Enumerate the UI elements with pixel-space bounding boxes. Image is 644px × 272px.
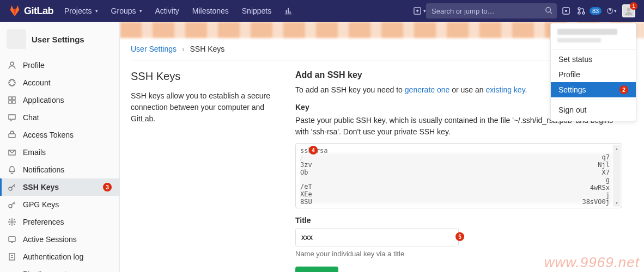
key-badge: 4 [309,146,318,154]
sidebar-item-label: Authentication log [23,252,83,261]
log-icon [8,252,16,261]
svg-rect-13 [9,97,11,100]
dropdown-profile[interactable]: Profile [551,67,636,82]
sidebar: User Settings ProfileAccountApplications… [0,22,120,272]
pipeline-icon [8,270,16,272]
sidebar-item-label: Preferences [23,218,64,226]
search-box [426,3,557,18]
page-description: SSH Keys SSH keys allow you to establish… [131,70,279,272]
help-icon[interactable]: ▾ [607,6,617,16]
svg-point-6 [582,12,585,14]
sidebar-item-label: Access Tokens [23,131,74,139]
todos-badge: 83 [590,7,602,15]
sidebar-item-label: Active Sessions [23,235,77,244]
existing-key-link[interactable]: existing key [486,85,525,94]
sidebar-item-pipeline-quota[interactable]: Pipeline quota [0,265,119,272]
svg-point-5 [578,12,580,14]
svg-point-21 [11,221,13,223]
svg-rect-22 [9,237,15,242]
title-hint: Name your individual key via a title [295,250,622,258]
todos-icon[interactable]: 83 [592,6,602,16]
sidebar-badge: 3 [103,183,112,191]
sidebar-item-gpg-keys[interactable]: GPG Keys [0,196,119,213]
sidebar-item-label: Pipeline quota [23,270,71,272]
sidebar-item-label: Profile [23,61,45,70]
sidebar-item-applications[interactable]: Applications [0,91,119,109]
dropdown-user-info [551,27,636,47]
sidebar-item-label: GPG Keys [23,200,59,209]
key-textarea[interactable]: ssh-rsa AA 3zv Ob /eT XEe 8SU q7 Njl X7 … [295,143,622,208]
sidebar-item-notifications[interactable]: Notifications [0,161,119,178]
sidebar-header[interactable]: User Settings [0,22,119,57]
title-input[interactable] [295,228,459,246]
svg-rect-23 [9,254,15,260]
sidebar-item-access-tokens[interactable]: Access Tokens [0,126,119,144]
scroll-down-icon[interactable]: ▾ [613,199,621,207]
search-icon [545,7,552,16]
nav-activity[interactable]: Activity [150,0,185,22]
svg-rect-15 [9,101,11,103]
dropdown-settings[interactable]: Settings2 [551,82,636,97]
new-dropdown[interactable]: ▾ [414,7,426,15]
sidebar-item-label: SSH Keys [23,183,59,191]
issues-icon[interactable] [561,6,571,16]
dropdown-set-status[interactable]: Set status [551,52,636,67]
svg-point-11 [10,62,14,65]
breadcrumb-separator: › [182,45,185,53]
chevron-down-icon: ▾ [614,8,617,14]
sidebar-item-account[interactable]: Account [0,74,119,91]
sidebar-item-preferences[interactable]: Preferences [0,213,119,231]
svg-point-4 [578,8,580,10]
profile-icon [8,61,16,70]
sidebar-item-active-sessions[interactable]: Active Sessions [0,231,119,248]
svg-point-1 [546,8,551,13]
sidebar-item-authentication-log[interactable]: Authentication log [0,248,119,265]
key-icon [8,200,16,209]
textarea-scrollbar[interactable]: ▴ ▾ [613,145,621,207]
sidebar-item-label: Emails [23,148,46,157]
sidebar-avatar [7,29,26,49]
user-dropdown: Set status Profile Settings2 Sign out [550,23,636,121]
key-icon [8,183,16,191]
sidebar-title: User Settings [32,35,84,44]
svg-point-8 [610,12,610,13]
right-nav-icons: 83 ▾ 1 [561,4,635,17]
nav-chart-icon[interactable] [279,0,297,22]
svg-rect-17 [9,134,15,138]
title-badge: 5 [455,232,464,241]
add-key-button[interactable]: Add key [295,267,338,272]
user-avatar[interactable]: 1 [622,4,635,17]
breadcrumb-root[interactable]: User Settings [131,45,177,53]
avatar-badge: 1 [630,2,637,10]
merge-request-icon[interactable] [576,6,586,16]
sidebar-item-label: Notifications [23,165,64,174]
sidebar-item-chat[interactable]: Chat [0,109,119,126]
nav-projects[interactable]: Projects▾ [59,0,104,22]
svg-rect-16 [13,101,15,103]
breadcrumb-current: SSH Keys [190,45,225,53]
scroll-up-icon[interactable]: ▴ [613,145,621,152]
gitlab-icon [9,5,21,17]
gitlab-logo[interactable]: GitLab [9,5,53,17]
dropdown-sign-out[interactable]: Sign out [551,102,636,118]
svg-point-10 [627,8,631,11]
sidebar-item-profile[interactable]: Profile [0,57,119,74]
nav-links: Projects▾ Groups▾ Activity Milestones Sn… [59,0,297,22]
search-input[interactable] [426,3,557,18]
generate-one-link[interactable]: generate one [405,85,450,94]
sidebar-item-ssh-keys[interactable]: SSH Keys3 [0,178,119,196]
chevron-down-icon: ▾ [95,8,98,14]
session-icon [8,235,16,244]
nav-milestones[interactable]: Milestones [187,0,234,22]
sidebar-item-emails[interactable]: Emails [0,144,119,161]
brand-text: GitLab [24,5,53,17]
page-title: SSH Keys [131,70,279,83]
nav-snippets[interactable]: Snippets [236,0,277,22]
page-desc: SSH keys allow you to establish a secure… [131,90,279,125]
sidebar-item-label: Account [23,78,51,87]
chevron-down-icon: ▾ [139,8,142,14]
nav-groups[interactable]: Groups▾ [106,0,148,22]
sidebar-item-label: Applications [23,96,64,104]
settings-badge: 2 [619,85,628,94]
pref-icon [8,218,16,226]
